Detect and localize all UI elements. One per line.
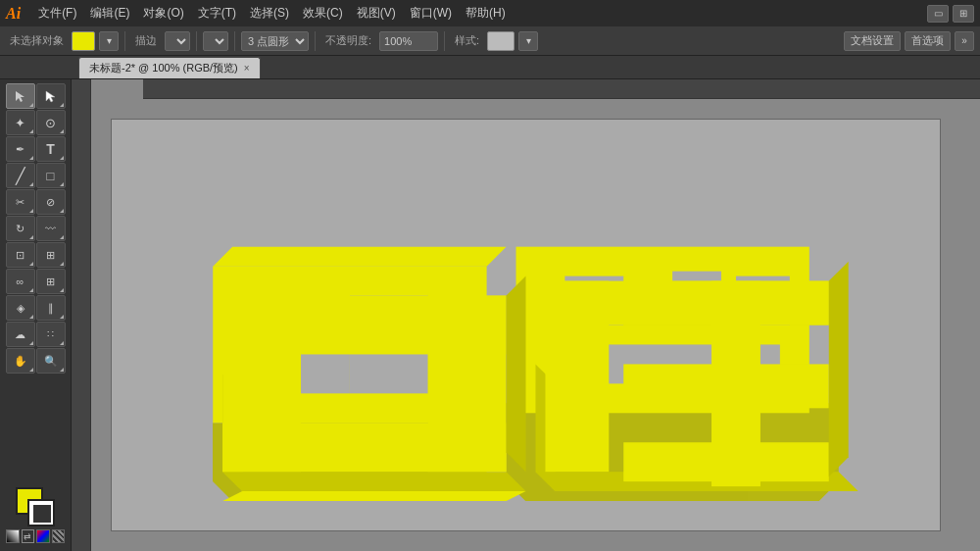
tool-row-8: ∞ ⊞: [2, 269, 69, 294]
style-label: 样式:: [451, 33, 483, 48]
svg-marker-0: [16, 91, 24, 102]
svg-marker-31: [829, 262, 849, 476]
menu-edit[interactable]: 编辑(E): [84, 3, 135, 24]
pen-tool-button[interactable]: ✒: [6, 136, 35, 162]
color-icons-row: ⇄: [6, 529, 65, 543]
rotate-tool-button[interactable]: ↻: [6, 216, 35, 241]
none-icon[interactable]: [52, 529, 66, 543]
svg-marker-23: [507, 276, 526, 473]
left-toolbar: ✦ ⊙ ✒ T ╱ □ ✂ ⊘ ↻ 〰 ⊡ ⊞ ∞ ⊞ ◈ ∥: [0, 79, 72, 551]
tool-row-6: ↻ 〰: [2, 216, 69, 241]
swap-colors-icon[interactable]: ⇄: [22, 529, 35, 543]
grid-button[interactable]: ⊞: [953, 5, 974, 23]
type-tool-button[interactable]: T: [36, 136, 66, 162]
tool-row-3: ✒ T: [2, 136, 69, 162]
paint-bucket-button[interactable]: ✂: [6, 189, 35, 215]
divider-1: [124, 31, 125, 51]
gradient-tool-button[interactable]: ◈: [6, 295, 35, 321]
zoom-tool-button[interactable]: 🔍: [36, 348, 66, 374]
menu-effect[interactable]: 效果(C): [297, 3, 349, 24]
extra-options-button[interactable]: »: [955, 31, 974, 51]
menu-select[interactable]: 选择(S): [244, 3, 295, 24]
opacity-input[interactable]: [379, 31, 438, 51]
app-logo: Ai: [6, 5, 21, 23]
lasso-tool-button[interactable]: ⊙: [36, 110, 66, 135]
canvas-area: [72, 79, 980, 551]
ruler-top: [143, 79, 980, 99]
menu-help[interactable]: 帮助(H): [460, 3, 512, 24]
svg-marker-6: [213, 247, 506, 267]
tool-row-1: [2, 83, 69, 109]
tab-bar: 未标题-2* @ 100% (RGB/预览) ×: [0, 56, 980, 79]
shear-tool-button[interactable]: ⊞: [36, 242, 66, 268]
divider-2: [196, 31, 197, 51]
menu-type[interactable]: 文字(T): [192, 3, 242, 24]
column-graph-button[interactable]: ∷: [36, 322, 66, 347]
canvas-document: [111, 119, 941, 531]
menu-window[interactable]: 窗口(W): [404, 3, 458, 24]
blend-tool-button[interactable]: ∞: [6, 269, 35, 294]
line-tool-button[interactable]: ╱: [6, 163, 35, 188]
mesh-tool-button[interactable]: ⊞: [36, 269, 66, 294]
title-icons: ▭ ⊞: [927, 5, 974, 23]
stroke-color-indicator[interactable]: [27, 499, 55, 526]
minimize-button[interactable]: ▭: [927, 5, 949, 23]
eraser-tool-button[interactable]: ⊘: [36, 189, 66, 215]
color-mode-icon[interactable]: [36, 529, 50, 543]
control-bar: 未选择对象 ▾ 描边 3 点圆形 不透明度: 样式: ▾ 文档设置 首选项 »: [0, 26, 980, 56]
main-area: ✦ ⊙ ✒ T ╱ □ ✂ ⊘ ↻ 〰 ⊡ ⊞ ∞ ⊞ ◈ ∥: [0, 79, 980, 551]
tab-close-button[interactable]: ×: [244, 63, 250, 74]
fill-color-swatch[interactable]: [72, 31, 95, 51]
tool-row-2: ✦ ⊙: [2, 110, 69, 135]
menu-view[interactable]: 视图(V): [351, 3, 402, 24]
tab-label: 未标题-2* @ 100% (RGB/预览): [89, 61, 238, 75]
artwork-svg: [112, 120, 940, 530]
direct-selection-tool-button[interactable]: [36, 83, 66, 109]
color-area: ⇄: [2, 483, 69, 547]
tool-row-10: ☁ ∷: [2, 322, 69, 347]
magic-wand-tool-button[interactable]: ✦: [6, 110, 35, 135]
svg-rect-26: [545, 281, 609, 473]
selection-tool-button[interactable]: [6, 83, 35, 109]
tool-row-4: ╱ □: [2, 163, 69, 188]
stroke-inner: [33, 505, 51, 523]
divider-5: [444, 31, 445, 51]
tool-row-9: ◈ ∥: [2, 295, 69, 321]
menu-file[interactable]: 文件(F): [32, 3, 82, 24]
artboard-tool-button[interactable]: ✋: [6, 348, 35, 374]
svg-rect-22: [222, 296, 506, 355]
svg-marker-1: [46, 91, 55, 102]
menu-bar: 文件(F) 编辑(E) 对象(O) 文字(T) 选择(S) 效果(C) 视图(V…: [32, 3, 923, 24]
title-bar: Ai 文件(F) 编辑(E) 对象(O) 文字(T) 选择(S) 效果(C) 视…: [0, 0, 980, 26]
selection-label: 未选择对象: [6, 33, 68, 48]
fill-stroke-indicator: [16, 487, 55, 526]
stroke-label: 描边: [131, 33, 161, 48]
doc-settings-button[interactable]: 文档设置: [844, 31, 901, 51]
style-options-button[interactable]: ▾: [518, 31, 538, 51]
preferences-button[interactable]: 首选项: [905, 31, 951, 51]
document-tab[interactable]: 未标题-2* @ 100% (RGB/预览) ×: [78, 57, 261, 78]
brush-select[interactable]: 3 点圆形: [241, 31, 309, 51]
stroke-profile-select[interactable]: [203, 31, 228, 51]
style-swatch[interactable]: [487, 31, 514, 51]
svg-rect-30: [711, 281, 760, 487]
ruler-left: [72, 79, 91, 551]
stroke-select[interactable]: [165, 31, 190, 51]
eyedropper-tool-button[interactable]: ∥: [36, 295, 66, 321]
divider-3: [234, 31, 235, 51]
default-colors-icon[interactable]: [6, 529, 20, 543]
divider-4: [315, 31, 316, 51]
rect-tool-button[interactable]: □: [36, 163, 66, 188]
scale-tool-button[interactable]: ⊡: [6, 242, 35, 268]
menu-object[interactable]: 对象(O): [137, 3, 189, 24]
fill-options-button[interactable]: ▾: [99, 31, 119, 51]
warp-tool-button[interactable]: 〰: [36, 216, 66, 241]
tool-row-5: ✂ ⊘: [2, 189, 69, 215]
tool-row-11: ✋ 🔍: [2, 348, 69, 374]
tool-row-7: ⊡ ⊞: [2, 242, 69, 268]
symbol-sprayer-button[interactable]: ☁: [6, 322, 35, 347]
svg-marker-24: [222, 491, 525, 501]
svg-marker-15: [222, 472, 525, 491]
opacity-label: 不透明度:: [321, 33, 375, 48]
